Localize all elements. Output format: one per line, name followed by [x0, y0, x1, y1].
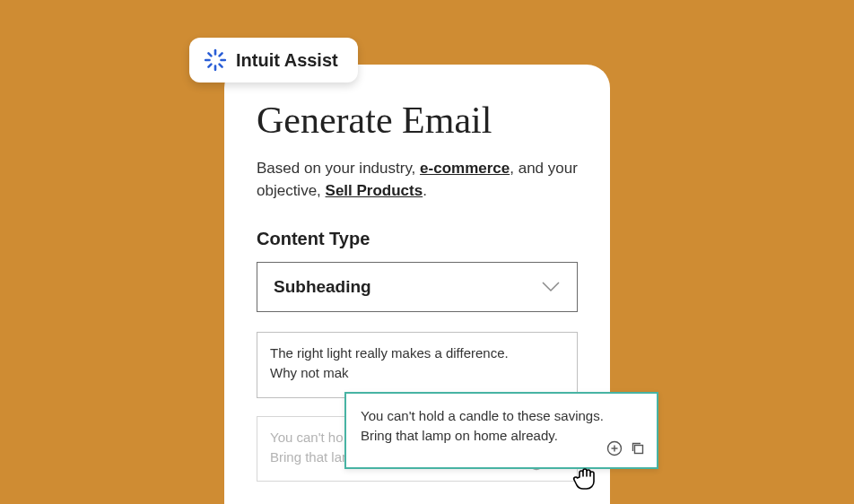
plus-circle-icon[interactable]: [606, 440, 623, 462]
float-line2: Bring that lamp on home already.: [361, 426, 642, 446]
industry-link[interactable]: e-commerce: [420, 160, 510, 177]
intuit-assist-badge: Intuit Assist: [189, 38, 358, 83]
panel-subtitle: Based on your industry, e-commerce, and …: [257, 158, 578, 202]
float-line1: You can't hold a candle to these savings…: [361, 406, 642, 426]
page-title: Generate Email: [257, 99, 578, 142]
chevron-down-icon: [541, 281, 561, 293]
svg-line-4: [208, 53, 211, 56]
sparkle-icon: [204, 48, 227, 72]
content-type-select[interactable]: Subheading: [257, 262, 578, 312]
suggestion-card-1[interactable]: The right light really makes a differenc…: [257, 332, 578, 398]
assist-badge-label: Intuit Assist: [236, 50, 338, 71]
svg-line-6: [208, 65, 211, 67]
objective-link[interactable]: Sell Products: [326, 182, 423, 199]
dragged-suggestion-card[interactable]: You can't hold a candle to these savings…: [344, 392, 658, 469]
svg-rect-15: [635, 445, 643, 453]
content-type-label: Content Type: [257, 229, 578, 249]
svg-line-7: [220, 53, 222, 56]
copy-icon[interactable]: [630, 440, 646, 462]
svg-line-5: [220, 65, 222, 67]
float-actions: [606, 440, 646, 462]
select-value: Subheading: [274, 277, 371, 297]
sub-text-post: .: [423, 182, 427, 199]
sub-text-pre: Based on your industry,: [257, 160, 420, 177]
grab-cursor-icon: [571, 463, 601, 497]
card1-line2: Why not mak: [270, 363, 564, 383]
card1-line1: The right light really makes a differenc…: [270, 343, 564, 363]
